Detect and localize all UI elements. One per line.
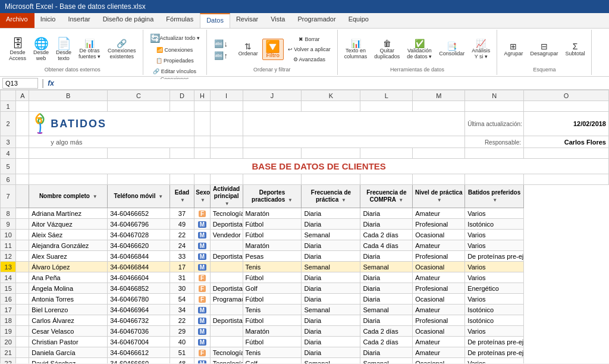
cell[interactable]: Deportista bbox=[210, 219, 243, 230]
cell[interactable]: Varios bbox=[465, 272, 524, 283]
tab-insertar[interactable]: Insertar bbox=[62, 13, 96, 28]
cell[interactable] bbox=[302, 174, 360, 185]
row-header-14[interactable]: 14 bbox=[1, 272, 16, 283]
cell[interactable] bbox=[16, 262, 29, 272]
filter-dropdown-2[interactable]: ▼ bbox=[180, 197, 185, 203]
cell[interactable]: Amateur bbox=[413, 272, 465, 283]
row-header-4[interactable]: 4 bbox=[1, 148, 16, 159]
cell[interactable]: Tecnología bbox=[210, 208, 243, 219]
cell[interactable]: Teléfono móvil ▼ bbox=[108, 185, 169, 208]
cell[interactable]: Golf bbox=[243, 283, 302, 294]
cell[interactable]: Cada 4 días bbox=[360, 240, 413, 251]
cell[interactable]: Diaria bbox=[360, 272, 413, 283]
cell[interactable] bbox=[210, 262, 243, 272]
cell[interactable] bbox=[413, 101, 465, 112]
cell[interactable]: Tenis bbox=[243, 262, 302, 272]
cell[interactable]: 34-60466844 bbox=[108, 262, 169, 272]
col-header-c[interactable]: C bbox=[108, 90, 169, 101]
cell[interactable]: 34 bbox=[169, 305, 194, 315]
btn-de-otras-fuentes[interactable]: 📊 De otrasfuentes ▾ bbox=[76, 37, 103, 61]
row-header-10[interactable]: 10 bbox=[1, 230, 16, 240]
cell[interactable] bbox=[16, 219, 29, 230]
cell[interactable] bbox=[16, 185, 29, 208]
btn-desde-texto[interactable]: 📄 Desdetexto bbox=[53, 36, 74, 63]
cell[interactable]: De proteínas pre-ejercicio bbox=[465, 337, 524, 347]
cell[interactable]: Semanal bbox=[360, 305, 413, 315]
row-header-15[interactable]: 15 bbox=[1, 283, 16, 294]
cell[interactable]: Diaria bbox=[302, 272, 360, 283]
cell[interactable] bbox=[360, 148, 413, 159]
cell[interactable]: M bbox=[194, 240, 210, 251]
filter-dropdown-3[interactable]: ▼ bbox=[200, 197, 205, 203]
cell[interactable]: Tenis bbox=[243, 305, 302, 315]
btn-desde-web[interactable]: 🌐 Desdeweb bbox=[30, 36, 52, 63]
cell[interactable]: Diaria bbox=[302, 283, 360, 294]
cell[interactable] bbox=[210, 337, 243, 347]
cell[interactable]: M bbox=[194, 326, 210, 337]
filter-dropdown-1[interactable]: ▼ bbox=[158, 194, 163, 199]
cell[interactable]: 48 bbox=[169, 358, 194, 364]
cell[interactable]: De proteínas pre-ejercicio bbox=[465, 347, 524, 358]
tab-archivo[interactable]: Archivo bbox=[0, 13, 34, 28]
cell[interactable]: 40 bbox=[169, 337, 194, 347]
cell[interactable] bbox=[16, 136, 29, 148]
row-header-22[interactable]: 22 bbox=[1, 358, 16, 364]
cell[interactable] bbox=[29, 148, 108, 159]
row-header-19[interactable]: 19 bbox=[1, 326, 16, 337]
cell[interactable]: Diaria bbox=[302, 240, 360, 251]
cell[interactable]: Daniela García bbox=[29, 347, 108, 358]
cell[interactable]: Varios bbox=[465, 262, 524, 272]
tab-formulas[interactable]: Fórmulas bbox=[160, 13, 200, 28]
col-header-n[interactable]: N bbox=[465, 90, 524, 101]
cell[interactable]: Sexo ▼ bbox=[194, 185, 210, 208]
row-header-16[interactable]: 16 bbox=[1, 294, 16, 305]
cell[interactable]: Diaria bbox=[360, 251, 413, 262]
cell[interactable]: 22 bbox=[169, 315, 194, 326]
tab-vista[interactable]: Vista bbox=[265, 13, 291, 28]
cell[interactable] bbox=[243, 136, 465, 148]
cell[interactable] bbox=[108, 101, 169, 112]
cell[interactable]: 34-60466852 bbox=[108, 283, 169, 294]
cell[interactable]: 34-60466652 bbox=[108, 208, 169, 219]
btn-analisis[interactable]: 📈 AnálisisY si ▾ bbox=[469, 37, 493, 61]
cell[interactable]: Nivel de práctica ▼ bbox=[413, 185, 465, 208]
cell[interactable]: Cada 2 días bbox=[360, 230, 413, 240]
cell[interactable]: Alex Suarez bbox=[29, 251, 108, 262]
cell[interactable] bbox=[16, 208, 29, 219]
cell[interactable]: 12/02/2018 bbox=[524, 112, 609, 136]
cell[interactable] bbox=[302, 101, 360, 112]
btn-subtotal[interactable]: Σ Subtotal bbox=[562, 40, 588, 58]
cell[interactable]: Antonia Torres bbox=[29, 294, 108, 305]
cell[interactable]: Ocasional bbox=[413, 326, 465, 337]
cell[interactable]: Semanal bbox=[302, 230, 360, 240]
cell[interactable] bbox=[16, 294, 29, 305]
cell[interactable]: Fútbol bbox=[243, 272, 302, 283]
cell[interactable]: Varios bbox=[465, 208, 524, 219]
cell[interactable] bbox=[16, 101, 29, 112]
row-header-11[interactable]: 11 bbox=[1, 240, 16, 251]
cell[interactable]: Ángela Molina bbox=[29, 283, 108, 294]
btn-conexiones[interactable]: 📶 Conexiones bbox=[147, 45, 203, 55]
cell[interactable]: Amateur bbox=[413, 240, 465, 251]
cell[interactable]: Actividad principal ▼ bbox=[210, 185, 243, 208]
row-header-7[interactable]: 7 bbox=[1, 185, 16, 208]
cell[interactable]: Maratón bbox=[243, 208, 302, 219]
cell[interactable]: Maratón bbox=[243, 240, 302, 251]
btn-validacion[interactable]: ✅ Validaciónde datos ▾ bbox=[404, 37, 435, 61]
cell[interactable]: Carlos Flores bbox=[524, 136, 609, 148]
cell[interactable]: 49 bbox=[169, 219, 194, 230]
cell[interactable]: Varios bbox=[465, 240, 524, 251]
btn-desde-access[interactable]: 🗄 DesdeAccess bbox=[6, 36, 29, 63]
cell[interactable] bbox=[16, 283, 29, 294]
cell[interactable]: Semanal bbox=[302, 305, 360, 315]
tab-equipo[interactable]: Equipo bbox=[343, 13, 375, 28]
cell[interactable] bbox=[210, 148, 243, 159]
tab-diseno[interactable]: Diseño de página bbox=[97, 13, 161, 28]
cell[interactable] bbox=[210, 174, 243, 185]
cell[interactable]: Fútbol bbox=[243, 337, 302, 347]
cell[interactable] bbox=[29, 101, 108, 112]
cell[interactable]: M bbox=[194, 315, 210, 326]
cell[interactable]: Amateur bbox=[413, 208, 465, 219]
cell[interactable]: Diaria bbox=[360, 294, 413, 305]
cell[interactable]: BASE DE DATOS DE CLIENTES bbox=[29, 159, 609, 174]
